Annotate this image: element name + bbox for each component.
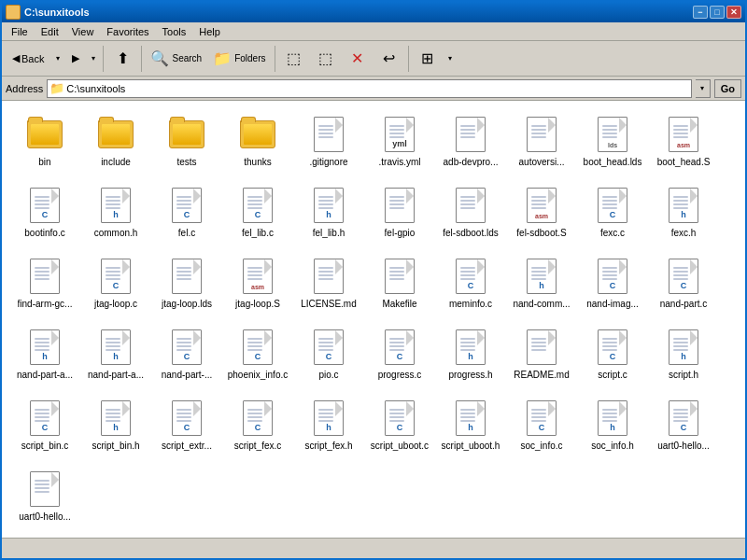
- file-item[interactable]: Cjtag-loop.c: [80, 250, 151, 321]
- file-item[interactable]: fel-sdboot.lds: [435, 179, 506, 250]
- menu-view[interactable]: View: [66, 24, 100, 39]
- search-label: Search: [172, 53, 202, 63]
- address-folder-icon: 📁: [49, 81, 64, 95]
- file-item[interactable]: hnand-comm...: [506, 250, 577, 321]
- go-button[interactable]: Go: [714, 79, 741, 98]
- file-icon: [25, 115, 64, 154]
- file-label: phoenix_info.c: [228, 370, 289, 381]
- file-item[interactable]: fel-gpio: [364, 179, 435, 250]
- minimize-button[interactable]: −: [693, 6, 708, 19]
- file-item[interactable]: Cscript_extr...: [151, 392, 222, 463]
- file-item[interactable]: Cuart0-hello...: [648, 392, 719, 463]
- file-label: tests: [176, 157, 196, 168]
- forward-dropdown[interactable]: ▾: [88, 46, 99, 72]
- file-label: bootinfo.c: [24, 228, 64, 239]
- file-item[interactable]: Cprogress.c: [364, 321, 435, 392]
- file-icon: C: [664, 399, 703, 438]
- move-button[interactable]: ⬚: [279, 44, 309, 74]
- file-item[interactable]: Cscript_uboot.c: [364, 392, 435, 463]
- views-button[interactable]: ⊞: [413, 44, 443, 74]
- delete-button[interactable]: ✕: [343, 44, 373, 74]
- menu-file[interactable]: File: [6, 24, 34, 39]
- back-dropdown[interactable]: ▾: [52, 46, 63, 72]
- file-icon: C: [25, 186, 64, 225]
- file-item[interactable]: hscript_bin.h: [80, 392, 151, 463]
- close-button[interactable]: ✕: [726, 6, 741, 19]
- file-item[interactable]: LICENSE.md: [293, 250, 364, 321]
- file-icon: [309, 115, 348, 154]
- file-item[interactable]: hnand-part-a...: [80, 321, 151, 392]
- file-icon: h: [309, 399, 348, 438]
- file-item[interactable]: Cnand-imag...: [577, 250, 648, 321]
- file-item[interactable]: Cfel.c: [151, 179, 222, 250]
- back-button[interactable]: ◀ Back: [6, 46, 50, 72]
- file-item[interactable]: Cfexc.c: [577, 179, 648, 250]
- file-item[interactable]: Makefile: [364, 250, 435, 321]
- file-item[interactable]: ldsboot_head.lds: [577, 108, 648, 179]
- maximize-button[interactable]: □: [710, 6, 725, 19]
- file-label: script.c: [598, 370, 627, 381]
- file-label: fexc.c: [600, 228, 625, 239]
- menu-bar: File Edit View Favorites Tools Help: [2, 22, 745, 41]
- file-item[interactable]: Cscript.c: [577, 321, 648, 392]
- file-item[interactable]: hscript.h: [648, 321, 719, 392]
- search-button[interactable]: 🔍 Search: [146, 44, 206, 74]
- file-item[interactable]: asmboot_head.S: [648, 108, 719, 179]
- file-item[interactable]: hnand-part-a...: [9, 321, 80, 392]
- file-icon: [238, 115, 277, 154]
- file-item[interactable]: README.md: [506, 321, 577, 392]
- file-item[interactable]: asmfel-sdboot.S: [506, 179, 577, 250]
- file-item[interactable]: Cbootinfo.c: [9, 179, 80, 250]
- file-label: fel_lib.h: [313, 228, 345, 239]
- file-icon: asm: [522, 186, 561, 225]
- menu-help[interactable]: Help: [193, 24, 226, 39]
- menu-tools[interactable]: Tools: [157, 24, 192, 39]
- file-item[interactable]: thunks: [222, 108, 293, 179]
- file-item[interactable]: hfel_lib.h: [293, 179, 364, 250]
- views-dropdown[interactable]: ▾: [444, 46, 456, 72]
- up-button[interactable]: ⬆: [107, 44, 137, 74]
- menu-favorites[interactable]: Favorites: [101, 24, 154, 39]
- window-icon: [6, 5, 21, 20]
- file-item[interactable]: find-arm-gc...: [9, 250, 80, 321]
- menu-edit[interactable]: Edit: [35, 24, 64, 39]
- file-label: progress.h: [448, 370, 492, 381]
- file-item[interactable]: Cphoenix_info.c: [222, 321, 293, 392]
- file-item[interactable]: Cnand-part-...: [151, 321, 222, 392]
- file-item[interactable]: hscript_fex.h: [293, 392, 364, 463]
- window-title: C:\sunxitools: [24, 7, 90, 18]
- file-item[interactable]: hcommon.h: [80, 179, 151, 250]
- file-item[interactable]: hfexc.h: [648, 179, 719, 250]
- file-item[interactable]: autoversi...: [506, 108, 577, 179]
- file-item[interactable]: yml.travis.yml: [364, 108, 435, 179]
- file-icon: [380, 186, 419, 225]
- file-item[interactable]: hprogress.h: [435, 321, 506, 392]
- file-item[interactable]: hsoc_info.h: [577, 392, 648, 463]
- file-item[interactable]: hscript_uboot.h: [435, 392, 506, 463]
- file-item[interactable]: Cpio.c: [293, 321, 364, 392]
- file-item[interactable]: bin: [9, 108, 80, 179]
- file-item[interactable]: tests: [151, 108, 222, 179]
- file-item[interactable]: asmjtag-loop.S: [222, 250, 293, 321]
- folders-button[interactable]: 📁 Folders: [208, 44, 270, 74]
- file-icon: [451, 186, 490, 225]
- file-item[interactable]: Cmeminfo.c: [435, 250, 506, 321]
- file-icon: h: [96, 399, 135, 438]
- file-item[interactable]: Cfel_lib.c: [222, 179, 293, 250]
- address-dropdown[interactable]: ▾: [696, 79, 711, 98]
- file-item[interactable]: jtag-loop.lds: [151, 250, 222, 321]
- undo-button[interactable]: ↩: [374, 44, 404, 74]
- file-item[interactable]: Csoc_info.c: [506, 392, 577, 463]
- copy-button[interactable]: ⬚: [311, 44, 341, 74]
- file-item[interactable]: Cnand-part.c: [648, 250, 719, 321]
- file-item[interactable]: Cscript_bin.c: [9, 392, 80, 463]
- file-icon: asm: [238, 257, 277, 296]
- file-item[interactable]: adb-devpro...: [435, 108, 506, 179]
- file-item[interactable]: uart0-hello...: [9, 463, 80, 534]
- file-item[interactable]: .gitignore: [293, 108, 364, 179]
- forward-button[interactable]: ▶: [65, 46, 86, 72]
- file-item[interactable]: Cscript_fex.c: [222, 392, 293, 463]
- file-item[interactable]: include: [80, 108, 151, 179]
- address-input[interactable]: [66, 83, 688, 94]
- file-label: include: [101, 157, 131, 168]
